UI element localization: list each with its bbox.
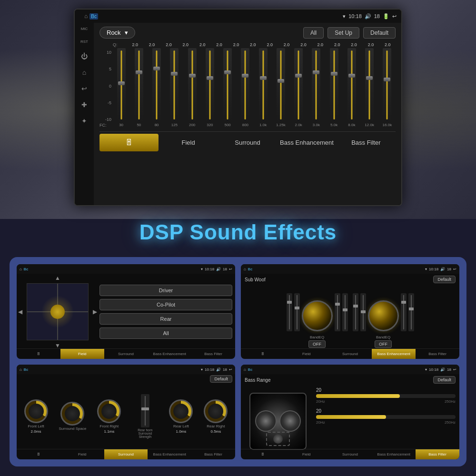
p2-slider2d[interactable] [408,293,414,331]
eq-band-320 [201,48,218,122]
copilot-button[interactable]: Co-Pilot [99,299,232,310]
p2-tab-eq[interactable]: 🎚 [241,349,285,359]
tab-bass-enhancement[interactable]: Bass Enhancement [277,134,336,151]
arrow-right-button[interactable]: ▶ [93,308,97,315]
eq-slider-5k[interactable] [330,48,338,122]
p1-tab-bass-enh[interactable]: Bass Enhancement [148,349,191,359]
p4-default-button[interactable]: Default [433,376,456,384]
eq-slider-12k[interactable] [365,48,374,122]
eq-band-50 [130,48,147,122]
home-icon[interactable]: ⌂ [84,13,88,20]
p2-off-btn-1[interactable]: OFF [308,340,326,348]
p2-back[interactable]: ↩ [453,267,456,271]
p4-tab-bass-filter[interactable]: Bass Filter [416,449,459,459]
joystick-center-dot[interactable] [50,305,65,319]
p2-default-button[interactable]: Default [433,276,456,283]
back-icon[interactable]: ↩ [392,13,397,20]
p2-slider2b[interactable] [360,293,366,331]
eq-slider-125[interactable] [170,48,178,122]
p3-tab-bass-filter[interactable]: Bass Filter [191,449,235,459]
p1-tab-surround[interactable]: Surround [104,349,148,359]
speaker-group: BandEQ OFF [287,293,414,348]
p4-tab-bass-enh[interactable]: Bass Enhancement [372,449,416,459]
p2-slider1a[interactable] [287,293,292,331]
eq-slider-500[interactable] [223,48,232,122]
knob-fl[interactable] [24,399,48,423]
tab-bass-filter[interactable]: Bass Filter [337,134,396,151]
p3-tab-surround[interactable]: Surround [104,449,148,459]
fc-320: 320 [201,123,218,128]
eq-slider-200[interactable] [188,48,197,122]
eq-slider-125k[interactable] [277,48,285,122]
tab-surround[interactable]: Surround [218,134,277,151]
eq-slider-1k[interactable] [259,48,268,122]
knob-ss[interactable] [60,402,84,426]
back-nav-icon[interactable]: ↩ [81,85,87,92]
fc-2k: 2.0k [290,123,307,128]
arrow-down-button[interactable]: ▼ [55,342,60,349]
p3-tab-field[interactable]: Field [60,449,104,459]
knob-rl[interactable] [169,399,193,423]
arrow-left-button[interactable]: ◀ [18,308,22,315]
knob-rr[interactable] [204,399,228,423]
setup-button[interactable]: Set Up [327,27,359,39]
p3-back[interactable]: ↩ [229,367,232,372]
eq-slider-16k[interactable] [383,48,391,122]
position-buttons: Driver Co-Pilot Rear All [99,277,232,347]
p4-tab-field[interactable]: Field [285,449,328,459]
p4-tab-surround[interactable]: Surround [328,449,372,459]
arrow-up-button[interactable]: ▲ [55,275,60,281]
p2-slider2c[interactable] [401,293,407,331]
speaker-circle-2 [368,300,399,331]
minus-icon[interactable]: ✦ [81,117,87,125]
p2-off-btn-2[interactable]: OFF [375,340,392,348]
p2-tab-field[interactable]: Field [285,349,328,359]
p1-tab-bass-filter[interactable]: Bass Filter [191,349,235,359]
eq-slider-8k[interactable] [347,48,356,122]
tab-field[interactable]: Field [159,134,218,151]
tab-equalizer[interactable]: 🎚 [99,134,159,151]
p4-battery: 18 [447,367,451,372]
p2-tab-surround[interactable]: Surround [328,349,372,359]
bass-speaker-1 [255,410,277,432]
rst-label: RST [80,40,88,44]
power-icon[interactable]: ⏻ [81,52,88,60]
p4-tab-eq[interactable]: 🎚 [241,449,285,459]
p2-slider1c[interactable] [335,293,340,331]
eq-slider-320[interactable] [206,48,214,122]
p3-tab-bass-enh[interactable]: Bass Enhancement [148,449,191,459]
all-button[interactable]: All [303,27,324,39]
eq-band-12k [361,48,378,122]
dual-speaker [255,410,301,432]
eq-slider-2k[interactable] [294,48,303,122]
p4-back[interactable]: ↩ [453,367,456,372]
p1-back[interactable]: ↩ [229,267,232,271]
driver-button[interactable]: Driver [99,285,232,296]
p3-tab-eq[interactable]: 🎚 [17,449,60,459]
preset-dropdown[interactable]: Rock ▾ [99,27,135,39]
p1-tab-field[interactable]: Field [60,349,104,359]
p2-tab-bass-filter[interactable]: Bass Filter [416,349,459,359]
default-button[interactable]: Default [363,27,396,39]
rear-horn-slider[interactable] [141,394,149,427]
all-pos-button[interactable]: All [99,327,232,339]
eq-slider-30[interactable] [117,48,126,122]
p2-slider1b[interactable] [294,293,300,331]
rear-button[interactable]: Rear [99,313,232,325]
eq-slider-800[interactable] [241,48,249,122]
add-icon[interactable]: ✚ [81,101,87,109]
bass-range-bar-1[interactable] [316,394,456,398]
p2-slider1d[interactable] [342,293,348,331]
p1-tab-eq-icon[interactable]: 🎚 [17,349,60,359]
home-nav-icon[interactable]: ⌂ [82,69,86,76]
knob-fr[interactable] [97,399,121,423]
p2-slider2a[interactable] [353,293,358,331]
eq-slider-3k[interactable] [312,48,320,122]
p3-default-button[interactable]: Default [210,375,232,383]
bass-range-bar-2[interactable] [316,415,456,419]
eq-slider-50[interactable] [135,48,143,122]
p2-tab-bass-enh[interactable]: Bass Enhancement [372,349,416,359]
fc-500: 500 [219,123,236,128]
bass-range-labels-2: 20Hz 250Hz [316,420,456,425]
eq-slider-80[interactable] [152,48,161,122]
